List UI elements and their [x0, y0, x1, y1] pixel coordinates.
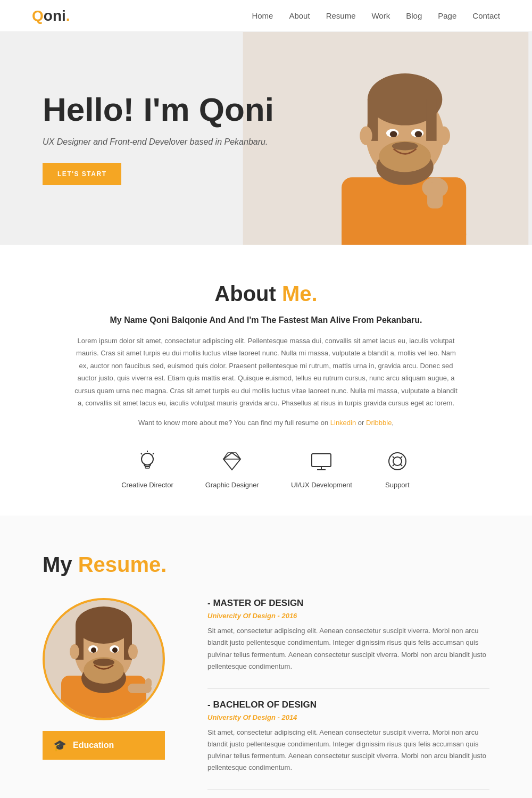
- about-section: About Me. My Name Qoni Balqonie And And …: [0, 245, 532, 516]
- hero-illustration: [239, 32, 532, 245]
- svg-point-33: [389, 453, 406, 470]
- svg-line-38: [400, 464, 402, 466]
- dribbble-link[interactable]: Dribbble: [366, 419, 392, 427]
- skill-label-graphic-designer: Graphic Designer: [205, 481, 259, 489]
- svg-point-51: [112, 647, 118, 653]
- portrait-inner: [45, 600, 163, 718]
- nav-resume[interactable]: Resume: [326, 11, 356, 20]
- resume-entry-1-school: University Of Design - 2014: [207, 713, 489, 721]
- portrait-circle: [43, 598, 165, 720]
- skill-item-support: Support: [384, 448, 411, 489]
- portrait-svg: [45, 600, 162, 718]
- resume-section: My Resume.: [0, 516, 532, 798]
- svg-point-19: [142, 453, 153, 465]
- education-label: Education: [73, 741, 114, 750]
- hero-content: Hello! I'm Qoni UX Designer and Front-en…: [43, 92, 274, 185]
- svg-line-35: [393, 456, 395, 459]
- svg-point-13: [415, 131, 422, 137]
- resume-entry-0-title: - MASTER OF DESIGN: [207, 598, 489, 609]
- nav-about[interactable]: About: [289, 11, 310, 20]
- skill-label-creative-director: Creative Director: [121, 481, 173, 489]
- svg-line-37: [393, 464, 395, 466]
- nav-blog[interactable]: Blog: [406, 11, 422, 20]
- svg-point-50: [91, 647, 96, 653]
- nav-contact[interactable]: Contact: [472, 11, 500, 20]
- linkedin-link[interactable]: Linkedin: [330, 419, 356, 427]
- hero-subtitle: UX Designer and Front-end Develover base…: [43, 137, 274, 147]
- svg-rect-15: [427, 182, 443, 209]
- resume-entry-1-title: - BACHELOR OF DESIGN: [207, 700, 489, 710]
- svg-line-22: [153, 453, 154, 454]
- diamond-icon: [219, 448, 245, 475]
- svg-point-52: [93, 659, 114, 666]
- svg-point-17: [360, 127, 372, 145]
- about-or-text: or: [356, 419, 366, 427]
- cta-button[interactable]: LET'S START: [43, 163, 121, 185]
- about-links: Want to know more about me? You can find…: [43, 419, 489, 427]
- resume-entry-0-body: Sit amet, consectetur adipiscing elit. A…: [207, 625, 489, 672]
- about-title-plain: About: [214, 282, 282, 305]
- about-title: About Me.: [43, 282, 489, 306]
- hero-image: [239, 32, 532, 245]
- svg-point-53: [70, 644, 79, 659]
- logo-rest: oni: [44, 7, 66, 24]
- skill-label-support: Support: [385, 481, 410, 489]
- resume-divider-1: [207, 688, 489, 689]
- resume-entry-1-body: Sit amet, consectetur adipiscing elit. A…: [207, 727, 489, 774]
- lifering-icon: [384, 448, 411, 475]
- svg-point-12: [390, 131, 397, 137]
- skills-row: Creative Director Graphic Designer: [43, 448, 489, 489]
- about-link-end: ,: [392, 419, 394, 427]
- resume-layout: 🎓 Education - MASTER OF DESIGN Univercit…: [43, 598, 489, 798]
- skill-item-uiux: UI/UX Development: [291, 448, 352, 489]
- skill-item-graphic-designer: Graphic Designer: [205, 448, 259, 489]
- svg-rect-56: [145, 678, 152, 688]
- skill-item-creative-director: Creative Director: [121, 448, 173, 489]
- main-nav: Home About Resume Work Blog Page Contact: [252, 11, 500, 20]
- hero-heading: Hello! I'm Qoni: [43, 92, 274, 128]
- site-logo[interactable]: Qoni.: [32, 7, 70, 24]
- resume-entry-0: - MASTER OF DESIGN Univercity Of Design …: [207, 598, 489, 672]
- svg-point-54: [128, 644, 138, 659]
- hero-section: Hello! I'm Qoni UX Designer and Front-en…: [0, 32, 532, 245]
- education-badge: 🎓 Education: [43, 731, 165, 760]
- svg-point-43: [76, 606, 132, 644]
- graduation-icon: 🎓: [53, 739, 66, 752]
- nav-work[interactable]: Work: [371, 11, 390, 20]
- svg-rect-7: [426, 99, 437, 141]
- resume-right-column: - MASTER OF DESIGN Univercity Of Design …: [207, 598, 489, 798]
- svg-rect-30: [312, 454, 331, 467]
- resume-title-accent: Resume.: [78, 553, 167, 576]
- about-title-accent: Me.: [282, 282, 318, 305]
- logo-dot: .: [66, 7, 70, 24]
- svg-point-18: [438, 127, 450, 145]
- resume-entry-0-school: Univercity Of Design - 2016: [207, 612, 489, 620]
- svg-line-36: [400, 456, 402, 459]
- svg-rect-20: [145, 467, 149, 468]
- resume-entry-1: - BACHELOR OF DESIGN University Of Desig…: [207, 700, 489, 774]
- logo-q: Q: [32, 7, 44, 24]
- resume-title: My Resume.: [43, 553, 489, 577]
- about-body: Lorem ipsum dolor sit amet, consectetur …: [74, 335, 458, 409]
- resume-left-column: 🎓 Education: [43, 598, 181, 760]
- site-header: Qoni. Home About Resume Work Blog Page C…: [0, 0, 532, 32]
- monitor-icon: [308, 448, 335, 475]
- nav-home[interactable]: Home: [252, 11, 273, 20]
- nav-page[interactable]: Page: [438, 11, 456, 20]
- lightbulb-icon: [134, 448, 161, 475]
- resume-title-plain: My: [43, 553, 78, 576]
- resume-divider-2: [207, 789, 489, 790]
- svg-line-23: [141, 453, 142, 454]
- about-links-text: Want to know more about me? You can find…: [138, 419, 330, 427]
- about-subtitle: My Name Qoni Balqonie And And I'm The Fa…: [43, 315, 489, 325]
- skill-label-uiux: UI/UX Development: [291, 481, 352, 489]
- svg-point-16: [392, 142, 418, 151]
